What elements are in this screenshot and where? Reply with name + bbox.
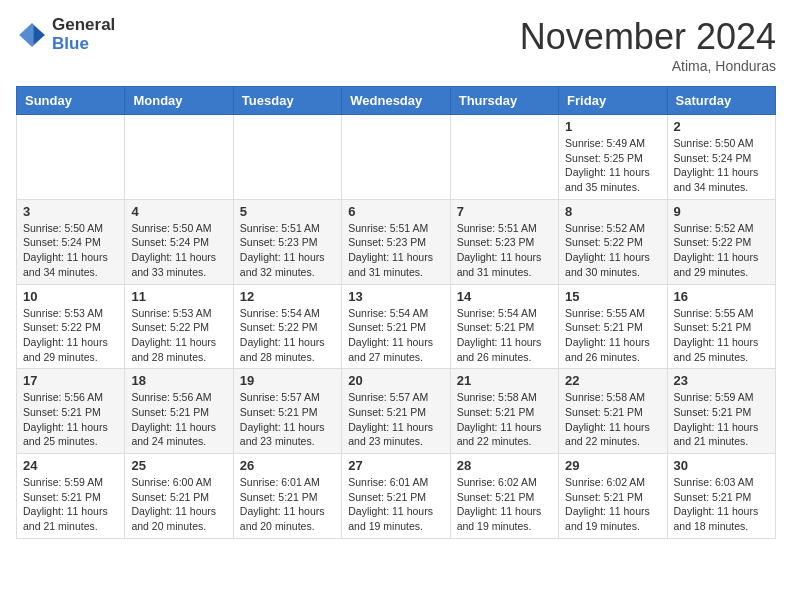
day-info: Sunrise: 5:52 AM Sunset: 5:22 PM Dayligh…: [565, 221, 660, 280]
day-info: Sunrise: 6:02 AM Sunset: 5:21 PM Dayligh…: [457, 475, 552, 534]
calendar-day-cell: 3Sunrise: 5:50 AM Sunset: 5:24 PM Daylig…: [17, 199, 125, 284]
logo-blue: Blue: [52, 35, 115, 54]
day-info: Sunrise: 5:57 AM Sunset: 5:21 PM Dayligh…: [240, 390, 335, 449]
day-number: 24: [23, 458, 118, 473]
calendar-day-cell: 4Sunrise: 5:50 AM Sunset: 5:24 PM Daylig…: [125, 199, 233, 284]
page-header: General Blue November 2024 Atima, Hondur…: [16, 16, 776, 74]
day-number: 2: [674, 119, 769, 134]
calendar-day-cell: [125, 115, 233, 200]
day-info: Sunrise: 6:01 AM Sunset: 5:21 PM Dayligh…: [348, 475, 443, 534]
calendar-day-cell: 20Sunrise: 5:57 AM Sunset: 5:21 PM Dayli…: [342, 369, 450, 454]
day-info: Sunrise: 5:54 AM Sunset: 5:22 PM Dayligh…: [240, 306, 335, 365]
day-number: 16: [674, 289, 769, 304]
calendar-day-cell: 30Sunrise: 6:03 AM Sunset: 5:21 PM Dayli…: [667, 454, 775, 539]
day-info: Sunrise: 5:59 AM Sunset: 5:21 PM Dayligh…: [23, 475, 118, 534]
calendar-week-row: 1Sunrise: 5:49 AM Sunset: 5:25 PM Daylig…: [17, 115, 776, 200]
calendar-day-cell: 19Sunrise: 5:57 AM Sunset: 5:21 PM Dayli…: [233, 369, 341, 454]
calendar-week-row: 24Sunrise: 5:59 AM Sunset: 5:21 PM Dayli…: [17, 454, 776, 539]
day-info: Sunrise: 6:00 AM Sunset: 5:21 PM Dayligh…: [131, 475, 226, 534]
day-number: 21: [457, 373, 552, 388]
day-number: 20: [348, 373, 443, 388]
calendar-day-cell: [233, 115, 341, 200]
day-info: Sunrise: 5:51 AM Sunset: 5:23 PM Dayligh…: [240, 221, 335, 280]
calendar-day-cell: 28Sunrise: 6:02 AM Sunset: 5:21 PM Dayli…: [450, 454, 558, 539]
logo: General Blue: [16, 16, 115, 53]
day-number: 18: [131, 373, 226, 388]
calendar-day-cell: 8Sunrise: 5:52 AM Sunset: 5:22 PM Daylig…: [559, 199, 667, 284]
logo-text: General Blue: [52, 16, 115, 53]
calendar-day-cell: 16Sunrise: 5:55 AM Sunset: 5:21 PM Dayli…: [667, 284, 775, 369]
day-number: 12: [240, 289, 335, 304]
calendar-week-row: 17Sunrise: 5:56 AM Sunset: 5:21 PM Dayli…: [17, 369, 776, 454]
calendar-day-cell: 12Sunrise: 5:54 AM Sunset: 5:22 PM Dayli…: [233, 284, 341, 369]
day-number: 28: [457, 458, 552, 473]
column-header-friday: Friday: [559, 87, 667, 115]
calendar-day-cell: 17Sunrise: 5:56 AM Sunset: 5:21 PM Dayli…: [17, 369, 125, 454]
day-number: 14: [457, 289, 552, 304]
day-info: Sunrise: 5:49 AM Sunset: 5:25 PM Dayligh…: [565, 136, 660, 195]
day-number: 7: [457, 204, 552, 219]
day-number: 30: [674, 458, 769, 473]
day-info: Sunrise: 6:01 AM Sunset: 5:21 PM Dayligh…: [240, 475, 335, 534]
calendar-day-cell: 21Sunrise: 5:58 AM Sunset: 5:21 PM Dayli…: [450, 369, 558, 454]
calendar-day-cell: 11Sunrise: 5:53 AM Sunset: 5:22 PM Dayli…: [125, 284, 233, 369]
column-header-thursday: Thursday: [450, 87, 558, 115]
day-number: 26: [240, 458, 335, 473]
calendar-day-cell: 29Sunrise: 6:02 AM Sunset: 5:21 PM Dayli…: [559, 454, 667, 539]
calendar-day-cell: 9Sunrise: 5:52 AM Sunset: 5:22 PM Daylig…: [667, 199, 775, 284]
day-number: 3: [23, 204, 118, 219]
day-info: Sunrise: 5:51 AM Sunset: 5:23 PM Dayligh…: [457, 221, 552, 280]
day-number: 4: [131, 204, 226, 219]
day-info: Sunrise: 5:51 AM Sunset: 5:23 PM Dayligh…: [348, 221, 443, 280]
month-title: November 2024: [520, 16, 776, 58]
calendar-day-cell: 27Sunrise: 6:01 AM Sunset: 5:21 PM Dayli…: [342, 454, 450, 539]
day-info: Sunrise: 6:02 AM Sunset: 5:21 PM Dayligh…: [565, 475, 660, 534]
day-number: 1: [565, 119, 660, 134]
calendar-day-cell: 6Sunrise: 5:51 AM Sunset: 5:23 PM Daylig…: [342, 199, 450, 284]
day-info: Sunrise: 5:53 AM Sunset: 5:22 PM Dayligh…: [131, 306, 226, 365]
column-header-wednesday: Wednesday: [342, 87, 450, 115]
day-number: 9: [674, 204, 769, 219]
calendar-day-cell: 15Sunrise: 5:55 AM Sunset: 5:21 PM Dayli…: [559, 284, 667, 369]
day-info: Sunrise: 5:57 AM Sunset: 5:21 PM Dayligh…: [348, 390, 443, 449]
calendar-day-cell: 5Sunrise: 5:51 AM Sunset: 5:23 PM Daylig…: [233, 199, 341, 284]
day-info: Sunrise: 5:50 AM Sunset: 5:24 PM Dayligh…: [23, 221, 118, 280]
day-number: 22: [565, 373, 660, 388]
calendar-day-cell: 22Sunrise: 5:58 AM Sunset: 5:21 PM Dayli…: [559, 369, 667, 454]
day-info: Sunrise: 5:50 AM Sunset: 5:24 PM Dayligh…: [131, 221, 226, 280]
day-number: 10: [23, 289, 118, 304]
day-number: 11: [131, 289, 226, 304]
column-header-monday: Monday: [125, 87, 233, 115]
calendar-day-cell: 24Sunrise: 5:59 AM Sunset: 5:21 PM Dayli…: [17, 454, 125, 539]
day-number: 5: [240, 204, 335, 219]
day-number: 27: [348, 458, 443, 473]
logo-general: General: [52, 16, 115, 35]
calendar-header-row: SundayMondayTuesdayWednesdayThursdayFrid…: [17, 87, 776, 115]
day-info: Sunrise: 5:58 AM Sunset: 5:21 PM Dayligh…: [565, 390, 660, 449]
day-info: Sunrise: 5:53 AM Sunset: 5:22 PM Dayligh…: [23, 306, 118, 365]
calendar-day-cell: 18Sunrise: 5:56 AM Sunset: 5:21 PM Dayli…: [125, 369, 233, 454]
day-info: Sunrise: 6:03 AM Sunset: 5:21 PM Dayligh…: [674, 475, 769, 534]
day-number: 29: [565, 458, 660, 473]
calendar-day-cell: 2Sunrise: 5:50 AM Sunset: 5:24 PM Daylig…: [667, 115, 775, 200]
calendar-week-row: 3Sunrise: 5:50 AM Sunset: 5:24 PM Daylig…: [17, 199, 776, 284]
calendar-day-cell: 14Sunrise: 5:54 AM Sunset: 5:21 PM Dayli…: [450, 284, 558, 369]
calendar-day-cell: 1Sunrise: 5:49 AM Sunset: 5:25 PM Daylig…: [559, 115, 667, 200]
calendar-day-cell: [17, 115, 125, 200]
day-number: 6: [348, 204, 443, 219]
day-number: 15: [565, 289, 660, 304]
day-number: 25: [131, 458, 226, 473]
calendar-day-cell: [342, 115, 450, 200]
day-info: Sunrise: 5:56 AM Sunset: 5:21 PM Dayligh…: [131, 390, 226, 449]
location: Atima, Honduras: [520, 58, 776, 74]
day-number: 23: [674, 373, 769, 388]
day-info: Sunrise: 5:54 AM Sunset: 5:21 PM Dayligh…: [457, 306, 552, 365]
day-info: Sunrise: 5:56 AM Sunset: 5:21 PM Dayligh…: [23, 390, 118, 449]
day-number: 13: [348, 289, 443, 304]
calendar-day-cell: 13Sunrise: 5:54 AM Sunset: 5:21 PM Dayli…: [342, 284, 450, 369]
day-number: 19: [240, 373, 335, 388]
day-info: Sunrise: 5:55 AM Sunset: 5:21 PM Dayligh…: [565, 306, 660, 365]
calendar-table: SundayMondayTuesdayWednesdayThursdayFrid…: [16, 86, 776, 539]
calendar-day-cell: 10Sunrise: 5:53 AM Sunset: 5:22 PM Dayli…: [17, 284, 125, 369]
day-info: Sunrise: 5:52 AM Sunset: 5:22 PM Dayligh…: [674, 221, 769, 280]
